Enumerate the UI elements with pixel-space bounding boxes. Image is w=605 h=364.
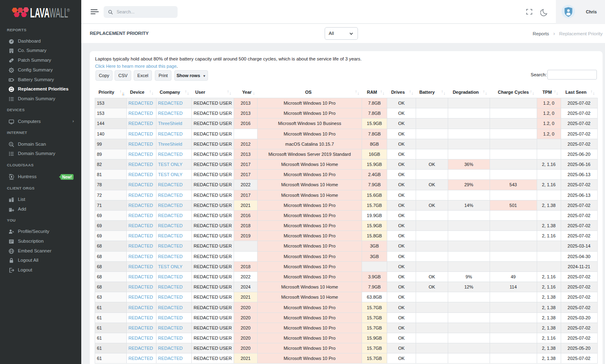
svg-text:LAVA: LAVA [30,6,50,21]
svg-text:WALL: WALL [50,5,68,21]
svg-text:®: ® [67,8,70,13]
